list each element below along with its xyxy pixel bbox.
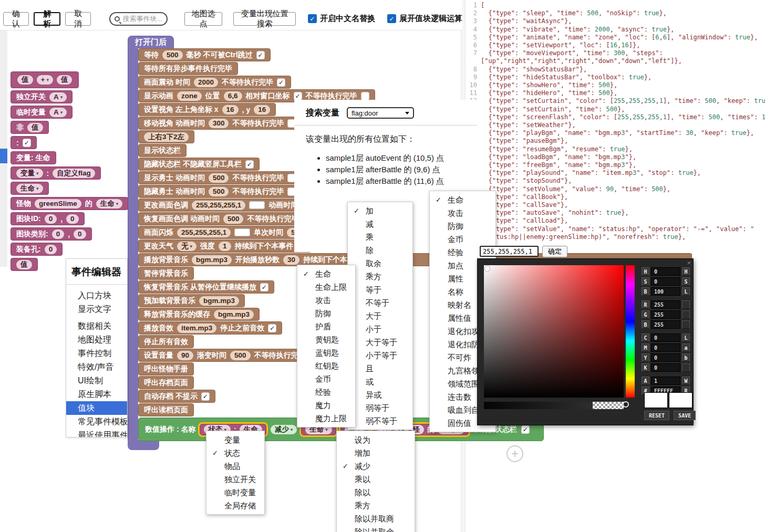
alpha-slider[interactable]: [484, 402, 624, 409]
variable-search-button[interactable]: 变量出现位置搜索: [233, 12, 296, 26]
sidebar-item[interactable]: 值块: [66, 401, 127, 415]
value-block[interactable]: 装备孔:0: [11, 243, 63, 256]
block-checkbox[interactable]: ✓: [260, 283, 268, 291]
menu-item[interactable]: 金币: [297, 372, 355, 385]
menu-item[interactable]: 红钥匙: [297, 359, 355, 372]
value-block[interactable]: 临时变量A▾: [11, 106, 73, 119]
block-field[interactable]: 500: [223, 214, 244, 224]
color-value-input[interactable]: [480, 246, 539, 257]
block-dropdown[interactable]: A▾: [49, 108, 67, 117]
add-block-icon[interactable]: +: [506, 445, 523, 462]
menu-item[interactable]: 乘方: [337, 499, 415, 512]
sidebar-item[interactable]: UI绘制: [66, 374, 127, 388]
save-button[interactable]: SAVE: [674, 411, 696, 420]
block-dropdown[interactable]: 变量▾: [16, 169, 43, 178]
saturation-brightness-area[interactable]: [484, 265, 624, 398]
block-checkbox[interactable]: ✓: [201, 392, 210, 401]
block-field[interactable]: 300: [209, 119, 229, 128]
block-dropdown[interactable]: A▾: [49, 92, 67, 102]
menu-item[interactable]: 不等于: [348, 296, 412, 309]
block-field[interactable]: 16: [254, 105, 270, 114]
block-field[interactable]: bgm.mp3: [192, 255, 232, 265]
event-block[interactable]: 播放音效item.mp3停止之前音效✓: [138, 321, 282, 335]
value-block[interactable]: :✓: [11, 136, 37, 149]
menu-item[interactable]: 防御: [430, 220, 495, 233]
block-checkbox[interactable]: ✓: [521, 425, 530, 434]
menu-item[interactable]: 取余: [348, 257, 412, 270]
picker-value-Y[interactable]: 0: [651, 353, 680, 362]
block-field[interactable]: item.mp3: [177, 324, 216, 333]
color-swatch[interactable]: [234, 228, 250, 236]
menu-item[interactable]: 全局存储: [206, 499, 264, 512]
sidebar-item[interactable]: 特效/声音: [66, 360, 127, 374]
menu-item[interactable]: 异或: [348, 388, 412, 401]
block-field[interactable]: 值: [16, 260, 32, 269]
menu-item[interactable]: 魔力上限: [297, 412, 355, 425]
block-dropdown[interactable]: 无▾: [177, 242, 197, 251]
map-pick-button[interactable]: 地图选点: [184, 12, 222, 26]
event-block[interactable]: 设置音量90渐变时间500不等待执行完毕: [138, 349, 312, 362]
menu-item[interactable]: 小于: [348, 322, 412, 336]
menu-item[interactable]: 设为: [337, 433, 415, 446]
block-field[interactable]: 0: [74, 230, 86, 239]
menu-item[interactable]: 经验: [297, 385, 355, 399]
block-field[interactable]: 16: [222, 105, 239, 114]
block-field[interactable]: 500: [209, 187, 229, 196]
current-color-swatch[interactable]: [644, 392, 668, 408]
menu-item[interactable]: 蓝钥匙: [297, 346, 355, 359]
value-block[interactable]: 独立开关A▾: [11, 90, 73, 103]
menu-item[interactable]: 除以并取商: [337, 512, 415, 525]
menu-item[interactable]: 护盾: [297, 320, 355, 333]
menu-item[interactable]: 减: [348, 217, 412, 231]
block-field[interactable]: 2000: [194, 78, 218, 87]
picker-value-B[interactable]: 100: [651, 287, 680, 296]
sidebar-item[interactable]: 入口方块: [66, 289, 127, 302]
event-block[interactable]: 恢复画面色调 动画时间500不等待执行完毕: [138, 212, 316, 225]
block-field[interactable]: 500: [162, 50, 183, 60]
menu-item[interactable]: 攻击: [297, 294, 355, 307]
parse-button[interactable]: 解析: [34, 12, 60, 26]
block-field[interactable]: bgm.mp3: [214, 310, 254, 319]
event-block[interactable]: 释放背景音乐的缓存bgm.mp3: [138, 308, 260, 321]
menu-item[interactable]: ✓生命: [297, 267, 355, 280]
block-field[interactable]: 值: [17, 75, 33, 85]
value-block[interactable]: 非值: [11, 121, 49, 134]
menu-item[interactable]: 乘: [348, 231, 412, 244]
block-field[interactable]: 30: [283, 255, 299, 265]
block-field[interactable]: 上右3下2左: [144, 132, 189, 142]
picker-value-C[interactable]: 0: [651, 333, 680, 342]
block-checkbox[interactable]: ✓: [256, 51, 265, 59]
picker-value-B[interactable]: 255: [651, 320, 680, 329]
event-block[interactable]: 上右3下2左: [138, 130, 194, 143]
event-header-block[interactable]: 打开门后: [128, 36, 174, 48]
event-block[interactable]: 等待500毫秒 不可被Ctrl跳过✓: [138, 48, 271, 61]
expand-logic-checkbox[interactable]: ✓ 展开值块逻辑运算: [387, 14, 462, 24]
event-block[interactable]: 呼出怪物手册: [138, 362, 194, 375]
search-input[interactable]: 搜索事件块...: [109, 12, 168, 26]
block-checkbox[interactable]: ✓: [245, 160, 254, 169]
menu-item[interactable]: 小于等于: [348, 349, 412, 362]
cancel-button[interactable]: 取消: [65, 12, 91, 26]
menu-item[interactable]: 攻击: [430, 206, 495, 220]
value-block[interactable]: 变量: 生命: [11, 151, 56, 164]
block-field[interactable]: 0: [45, 245, 57, 254]
sidebar-item[interactable]: 原生脚本: [66, 388, 127, 401]
event-block[interactable]: 更改天气无▾强度1持续到下个本事件: [138, 239, 312, 253]
variable-select[interactable]: flag:door: [347, 107, 414, 119]
menu-item[interactable]: 弱等于: [348, 401, 412, 414]
block-field[interactable]: 255,255,255,1: [177, 228, 231, 237]
picker-value-H[interactable]: 0: [651, 267, 680, 276]
menu-item[interactable]: 独立开关: [206, 473, 264, 486]
event-block[interactable]: 自动存档 不提示✓: [138, 390, 215, 403]
block-field[interactable]: 值: [27, 123, 43, 132]
value-block[interactable]: 值+▾值: [11, 71, 79, 88]
event-block[interactable]: 预加载背景音乐bgm.mp3: [138, 294, 245, 307]
block-field[interactable]: 500: [209, 173, 229, 183]
event-block[interactable]: 隐藏状态栏 不隐藏竖屏工具栏✓: [138, 158, 260, 171]
menu-item[interactable]: ✓状态: [206, 446, 264, 460]
hue-slider[interactable]: [626, 265, 635, 398]
event-block[interactable]: 显示状态栏: [138, 144, 187, 157]
sidebar-item[interactable]: 显示文字: [66, 302, 127, 316]
value-block[interactable]: 生命▾: [11, 182, 49, 195]
menu-item[interactable]: 弱不等于: [348, 414, 412, 427]
